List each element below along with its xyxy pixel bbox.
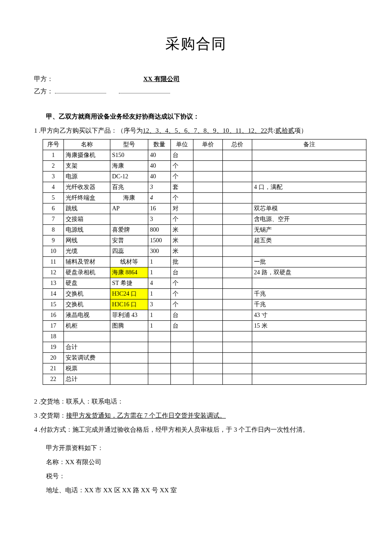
table-cell [110,353,148,363]
table-cell [171,342,193,353]
clause-1-seq-list: 12、3、4、5、6、7、8、9、10、11、12、22 [143,127,267,134]
table-cell: 3 [148,299,171,310]
table-row: 13硬盘ST 希捷4个 [43,278,366,289]
table-cell: 四蕊 [110,246,148,257]
table-cell: DC-12 [110,171,148,182]
table-cell [110,331,148,342]
clause-2-text: .交货地：联系人：联系电话： [37,398,124,405]
table-cell [171,353,193,363]
table-cell: 13 [43,278,64,289]
table-cell: 海康 8864 [110,267,148,278]
table-cell: 辅料及管材 [64,257,110,267]
table-cell: 交接箱 [64,214,110,225]
clause-4: 4 .付款方式：施工完成并通过验收合格后，经甲方相关人员审核后，于 3 个工作日… [34,426,358,434]
document-page: 采购合同 甲方： XX 有限公司 乙方： 甲、乙双方就商用设备业务经友好协商达成… [0,0,392,555]
table-cell [223,161,252,171]
table-cell: 1500 [148,235,171,246]
table-cell: 22 [43,374,64,385]
table-cell: 网线 [64,235,110,246]
table-cell [252,171,366,182]
table-cell: 1 [148,289,171,299]
table-cell: 21 [43,363,64,374]
invoice-block: 甲方开票资料如下： 名称：XX 有限公司 税号： 地址、电话：XX 市 XX 区… [46,444,358,494]
table-cell [223,203,252,214]
clause-2: 2 .交货地：联系人：联系电话： [34,398,358,406]
table-cell [193,363,223,374]
table-cell: 台 [171,310,193,321]
table-cell [252,374,366,385]
table-cell [223,171,252,182]
table-cell: 光纤终端盒 [64,193,110,203]
table-header-cell: 序号 [43,139,64,150]
table-row: 15交换机H3C16 口3个千兆 [43,299,366,310]
table-cell [223,363,252,374]
table-cell: 交换机 [64,289,110,299]
clause-3-underline: 接甲方发货通知，乙方需在 7 个工作日交货并安装调试。 [66,412,226,419]
table-cell: 电源 [64,171,110,182]
table-cell [223,342,252,353]
table-row: 7交接箱3个含电源、空开 [43,214,366,225]
table-cell: 1 [148,310,171,321]
table-cell: 台 [171,321,193,331]
table-cell: 40 [148,161,171,171]
table-cell: 光缆 [64,246,110,257]
table-cell: 米 [171,246,193,257]
table-cell [171,331,193,342]
table-cell: H3C16 口 [110,299,148,310]
table-cell [148,374,171,385]
table-row: 1海康摄像机S15040台 [43,150,366,161]
table-cell [148,342,171,353]
table-cell: 米 [171,225,193,235]
table-cell [193,193,223,203]
table-cell: 机柜 [64,321,110,331]
table-cell [193,203,223,214]
table-cell [193,214,223,225]
clause-4-text: .付款方式：施工完成并通过验收合格后，经甲方相关人员审核后，于 3 个工作日内一… [37,426,309,433]
table-cell [110,363,148,374]
clause-3-text-a: .交货期： [37,412,66,419]
table-cell [252,363,366,374]
table-cell: 24 路，双硬盘 [252,267,366,278]
table-cell [223,353,252,363]
table-cell [193,235,223,246]
table-cell [193,353,223,363]
table-cell [252,150,366,161]
table-row: 5光纤终端盒海康4个 [43,193,366,203]
table-cell [171,374,193,385]
table-cell: 4 口，满配 [252,182,366,193]
party-b-line: 乙方： [34,87,358,96]
table-cell: 对 [171,203,193,214]
table-header: 序号名称型号数量单位单价总价备注 [43,139,366,150]
table-cell: 含电源、空开 [252,214,366,225]
table-row: 9网线安普1500米超五类 [43,235,366,246]
table-cell [223,299,252,310]
table-row: 6跳线AP16对双芯单模 [43,203,366,214]
agreement-intro: 甲、乙双方就商用设备业务经友好协商达成以下协议： [46,113,358,121]
table-cell: 交换机 [64,299,110,310]
table-cell: 7 [43,214,64,225]
table-cell: 15 米 [252,321,366,331]
table-row: 22总计 [43,374,366,385]
table-cell [193,225,223,235]
table-cell: 个 [171,278,193,289]
table-cell: 17 [43,321,64,331]
invoice-tax: 税号： [46,472,358,480]
table-cell [193,289,223,299]
table-row: 2支架海康40个 [43,161,366,171]
table-cell: 16 [43,310,64,321]
table-cell: 支架 [64,161,110,171]
table-cell [193,321,223,331]
table-header-cell: 名称 [64,139,110,150]
table-cell [223,182,252,193]
table-cell [171,363,193,374]
party-a-label: 甲方： [34,75,53,83]
table-cell: 800 [148,225,171,235]
table-cell [193,310,223,321]
table-cell [223,267,252,278]
table-cell: 300 [148,246,171,257]
table-cell [223,310,252,321]
table-cell [148,363,171,374]
table-row: 21税票 [43,363,366,374]
table-cell: 电源线 [64,225,110,235]
table-cell [193,171,223,182]
